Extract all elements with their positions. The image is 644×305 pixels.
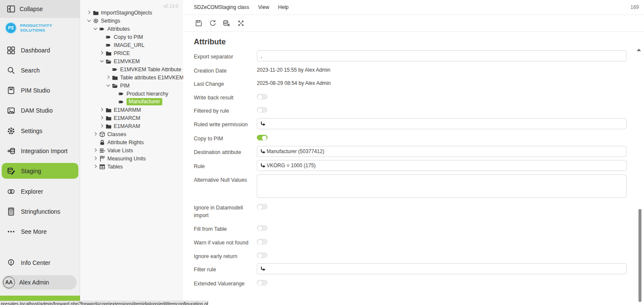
staging-object-tree: v2.13.0 ImportStagingObjects Settings At… (80, 0, 183, 305)
tree-item-tables[interactable]: Tables (80, 163, 183, 171)
distribute-button[interactable] (236, 19, 245, 28)
sidebar-item-see-more[interactable]: See More (2, 224, 78, 239)
chevron-spacer (112, 90, 118, 97)
tree-item-price[interactable]: PRICE (80, 49, 183, 57)
ellipsis-icon (7, 227, 15, 236)
chevron-right-icon[interactable] (92, 131, 99, 137)
collapse-button[interactable]: Collapse (0, 0, 80, 18)
sidebar-item-info-center[interactable]: Info Center (2, 255, 78, 270)
folder-icon (106, 107, 112, 113)
tree-item-manufacturer-selected[interactable]: Manufacturer (80, 98, 183, 106)
chevron-right-icon[interactable] (92, 163, 99, 170)
database-clear-button[interactable] (222, 19, 231, 28)
tree-item-e1marcm[interactable]: E1MARCM (80, 114, 183, 122)
copy-to-pim-toggle[interactable] (257, 135, 267, 140)
undo-icon (209, 20, 216, 27)
sidebar-item-label: Integration Import (21, 148, 68, 154)
chevron-right-icon[interactable] (105, 74, 112, 81)
chevron-down-icon[interactable] (99, 58, 105, 64)
filtered-by-rule-toggle[interactable] (257, 107, 267, 113)
field-label-export-separator: Export separator (194, 53, 256, 61)
user-menu[interactable]: AA Alex Admin (2, 275, 77, 290)
sidebar-item-staging[interactable]: Staging (2, 163, 78, 179)
menu-help[interactable]: Help (278, 4, 289, 10)
field-label-filtered-by-rule: Filtered by rule (194, 107, 256, 115)
sidebar-item-label: Stringfunctions (21, 208, 60, 215)
tag-icon (106, 42, 112, 48)
chevron-down-icon[interactable] (105, 82, 112, 89)
ruled-write-permission-input[interactable] (266, 119, 626, 129)
sidebar-item-stringfunctions[interactable]: Stringfunctions (2, 203, 78, 219)
field-label-ruled-write-permission: Ruled write permission (194, 121, 256, 128)
alternative-null-values-textarea[interactable] (257, 174, 627, 198)
chevron-down-icon[interactable] (92, 26, 99, 32)
chevron-right-icon[interactable] (99, 107, 105, 113)
field-label-rule: Rule (194, 163, 256, 170)
chevron-right-icon[interactable] (99, 115, 105, 121)
collapse-label: Collapse (20, 6, 43, 12)
tree-item-e1maram[interactable]: E1MARAM (80, 122, 183, 130)
warn-if-value-not-found-toggle[interactable] (257, 239, 267, 244)
undo-button[interactable] (208, 19, 217, 28)
destination-attribute-input[interactable] (266, 146, 626, 157)
sidebar-item-integration-import[interactable]: Integration Import (2, 143, 78, 159)
menu-view[interactable]: View (258, 4, 269, 10)
tree-item-e1mvkem[interactable]: E1MVKEM (80, 57, 183, 65)
save-button[interactable] (194, 19, 203, 28)
filter-rule-input[interactable] (266, 264, 626, 274)
database-import-icon (7, 147, 15, 155)
main-content: SDZeCOMStaging class View Help 169 (183, 0, 644, 305)
scrollbar-up-arrow[interactable] (637, 49, 641, 51)
tree-item-table-attributes-e1mvkem[interactable]: Table attributes E1MVKEM (80, 73, 183, 81)
chevron-right-icon[interactable] (99, 50, 105, 56)
sidebar-item-dam-studio[interactable]: DAM Studio (2, 102, 78, 118)
export-separator-input-wrap (257, 50, 627, 61)
sidebar-item-label: Info Center (21, 259, 50, 266)
sidebar-item-explorer[interactable]: Explorer (2, 183, 78, 199)
tree-item-importstagingobjects[interactable]: ImportStagingObjects (80, 9, 183, 17)
user-name: Alex Admin (19, 279, 49, 286)
tree-item-product-hierarchy[interactable]: Product hierarchy (80, 90, 183, 98)
tree-item-attribute-rights[interactable]: Attribute Rights (80, 138, 183, 146)
menu-staging-class[interactable]: SDZeCOMStaging class (194, 4, 249, 10)
chevron-right-icon[interactable] (86, 9, 92, 16)
tree-item-attributes[interactable]: Attributes (80, 25, 183, 33)
chevron-right-icon[interactable] (99, 123, 105, 129)
ignore-in-datamodell-import-toggle[interactable] (257, 204, 267, 209)
sidebar-item-label: Settings (21, 128, 43, 134)
sidebar-item-dashboard[interactable]: Dashboard (2, 42, 78, 58)
tree-item-copy-to-pim[interactable]: Copy to PIM (80, 33, 183, 41)
gear-icon (93, 18, 99, 24)
field-label-creation-date: Creation Date (194, 67, 256, 75)
scrollbar-thumb[interactable] (638, 209, 641, 302)
tree-item-classes[interactable]: Classes (80, 130, 183, 138)
sidebar-item-settings[interactable]: Settings (2, 123, 78, 139)
chevron-spacer (92, 139, 99, 145)
tree-item-image-url[interactable]: IMAGE_URL (80, 41, 183, 49)
export-separator-input[interactable] (257, 51, 626, 61)
sidebar-item-search[interactable]: Search (2, 62, 78, 78)
chevron-right-icon[interactable] (92, 155, 99, 162)
rule-input-wrap (257, 160, 627, 171)
rule-input[interactable] (266, 160, 626, 171)
page-title: Attribute (194, 38, 226, 46)
tree-item-settings[interactable]: Settings (80, 17, 183, 25)
extended-valuerange-toggle[interactable] (257, 280, 267, 285)
tag-icon (99, 26, 105, 32)
folder-icon (106, 115, 112, 121)
avatar: AA (3, 276, 15, 288)
chevron-right-icon[interactable] (92, 147, 99, 154)
chevron-down-icon[interactable] (86, 17, 92, 24)
tree-item-measuring-units[interactable]: Measuring Units (80, 154, 183, 163)
tree-item-e1mvkem-table-attribute[interactable]: E1MVKEM Table Attribute (80, 65, 183, 73)
ignore-early-return-toggle[interactable] (257, 253, 267, 258)
cube-icon (99, 131, 105, 137)
menu-bar: SDZeCOMStaging class View Help 169 (183, 0, 644, 15)
write-back-result-toggle[interactable] (257, 94, 267, 99)
chevron-spacer (99, 34, 105, 40)
sidebar-item-pim-studio[interactable]: PIM Studio (2, 82, 78, 98)
tree-item-e1marmm[interactable]: E1MARMM (80, 106, 183, 114)
tree-item-pim[interactable]: PIM (80, 81, 183, 90)
fill-from-table-toggle[interactable] (257, 225, 267, 231)
tree-item-value-lists[interactable]: Value Lists (80, 146, 183, 154)
